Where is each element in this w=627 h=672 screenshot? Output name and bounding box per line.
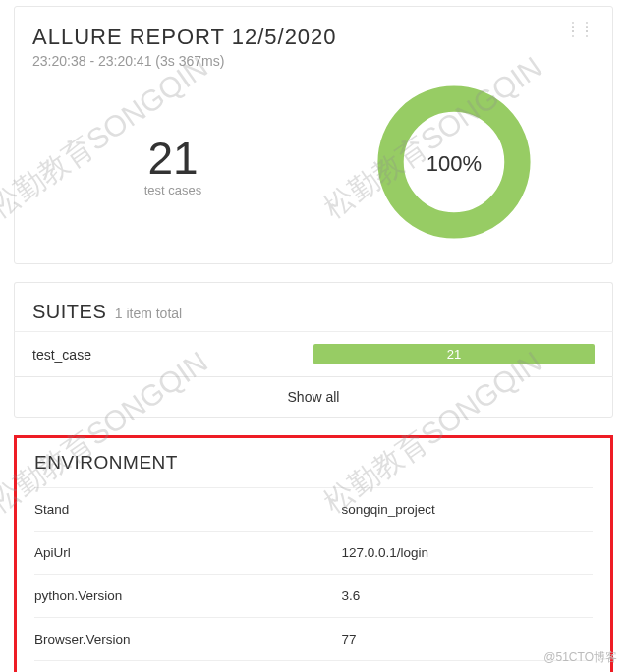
env-key: ApiUrl [34, 545, 341, 560]
report-title: ALLURE REPORT 12/5/2020 [32, 25, 337, 50]
test-count-block: 21 test cases [32, 132, 314, 197]
env-row: Browser.Version 77 [34, 617, 593, 660]
env-key: python.Version [34, 588, 341, 603]
pass-rate-percent: 100% [427, 151, 482, 177]
suites-title: SUITES [32, 301, 106, 322]
env-key: Browser.Version [34, 632, 341, 646]
env-key: Stand [34, 502, 341, 517]
show-all-button[interactable]: Show all [14, 376, 613, 418]
env-row: Stand songqin_project [34, 487, 593, 531]
environment-card: ENVIRONMENT Stand songqin_project ApiUrl… [14, 435, 613, 672]
environment-title: ENVIRONMENT [34, 452, 593, 474]
env-row: Browser Firefox [34, 660, 593, 672]
drag-handle-icon[interactable]: ⋮⋮⋮⋮ [567, 25, 595, 34]
pass-rate-donut: 100% [314, 79, 595, 250]
report-summary-card: ALLURE REPORT 12/5/2020 23:20:38 - 23:20… [14, 6, 613, 264]
env-value: 77 [341, 632, 593, 646]
env-row: python.Version 3.6 [34, 574, 593, 617]
test-count-number: 21 [32, 132, 314, 185]
suite-row[interactable]: test_case 21 [14, 331, 613, 376]
env-value: 127.0.0.1/login [341, 545, 593, 560]
suite-name: test_case [32, 347, 314, 363]
env-value: songqin_project [341, 502, 593, 517]
test-count-label: test cases [32, 183, 314, 197]
report-time-range: 23:20:38 - 23:20:41 (3s 367ms) [32, 53, 337, 69]
env-row: ApiUrl 127.0.0.1/login [34, 531, 593, 574]
suites-subtitle: 1 item total [115, 306, 182, 321]
env-value: 3.6 [341, 588, 593, 603]
suites-card: SUITES 1 item total test_case 21 Show al… [14, 282, 613, 418]
footer-attribution: @51CTO博客 [543, 649, 617, 666]
suite-pass-bar: 21 [314, 344, 595, 364]
